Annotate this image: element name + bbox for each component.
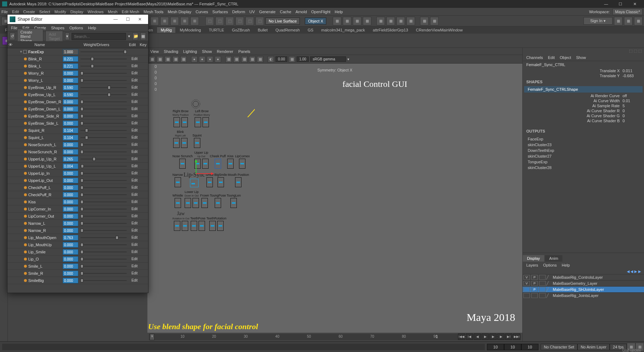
vp-icon[interactable]: ▦: [249, 56, 255, 63]
add-target-button[interactable]: Add Target: [45, 31, 63, 42]
vp-exposure[interactable]: 1.00: [297, 56, 308, 62]
vp-icon[interactable]: ▦: [289, 56, 295, 63]
ch-menu-object[interactable]: Object: [560, 55, 571, 60]
edit-button[interactable]: Edit: [129, 157, 140, 161]
range-start-field[interactable]: 10: [487, 344, 504, 350]
target-row[interactable]: Squint_L0.104Edit: [8, 134, 148, 141]
layer-menu-layers[interactable]: Layers: [526, 263, 538, 267]
se-close-button[interactable]: ✕: [134, 17, 146, 22]
target-row[interactable]: UpperLip_In0.000Edit: [8, 170, 148, 177]
target-row[interactable]: LipCorner_Out0.000Edit: [8, 213, 148, 220]
weight-field[interactable]: 0.000: [63, 149, 78, 155]
edit-button[interactable]: Edit: [129, 164, 140, 168]
workspace-dropdown[interactable]: Maya Classic*: [613, 9, 643, 15]
target-row[interactable]: Kiss0.000Edit: [8, 198, 148, 205]
shelf-tab-attrfieldslidergrp13[interactable]: attrFieldSliderGrp13: [369, 27, 411, 33]
edit-button[interactable]: Edit: [129, 178, 140, 182]
menu-curves[interactable]: Curves: [196, 10, 208, 14]
weight-slider[interactable]: [80, 192, 127, 198]
weight-field[interactable]: 0.000: [63, 228, 78, 233]
edit-button[interactable]: Edit: [129, 128, 140, 132]
shelf-tab-mymodeling[interactable]: MyModeling: [176, 27, 204, 33]
target-row[interactable]: Lip_O0.000Edit: [8, 256, 148, 263]
target-row[interactable]: EyeBrow_Side_L0.000Edit: [8, 120, 148, 127]
weight-field[interactable]: 0.000: [63, 220, 78, 226]
menu-editmesh[interactable]: Edit Mesh: [122, 10, 139, 14]
weight-slider[interactable]: [80, 163, 127, 169]
vp-menu-panels[interactable]: Panels: [238, 49, 250, 54]
vp-menu-shading[interactable]: Shading: [164, 49, 178, 54]
weight-field[interactable]: 0.000: [63, 99, 78, 105]
vp-icon[interactable]: ◐: [268, 56, 274, 63]
target-row[interactable]: EyeBrow_Side_R0.000Edit: [8, 113, 148, 120]
target-row[interactable]: UpperLip_Up_L0.004Edit: [8, 163, 148, 170]
layer-row[interactable]: ╱MaleBaseRig_JointsLayer: [523, 292, 644, 298]
weight-slider[interactable]: [80, 249, 127, 255]
vp-icon[interactable]: ▦: [241, 56, 248, 63]
viewport-canvas[interactable]: 00000 Symmetry: Object X facial Control …: [147, 64, 522, 341]
target-row[interactable]: Smile_R0.000Edit: [8, 270, 148, 277]
output-item[interactable]: FaceExp: [528, 136, 639, 142]
vp-icon[interactable]: ●: [199, 56, 205, 63]
edit-button[interactable]: Edit: [129, 200, 140, 204]
shelf-tab-quadremesh[interactable]: QuadRemesh: [272, 27, 303, 33]
edit-button[interactable]: Edit: [129, 150, 140, 154]
edit-button[interactable]: Edit: [129, 114, 140, 118]
toolbox-strip[interactable]: [0, 48, 8, 341]
snap-icon[interactable]: ⊞: [190, 17, 199, 25]
attr-row[interactable]: Translate Y-0.683: [523, 73, 644, 78]
target-row[interactable]: Squint_R0.104Edit: [8, 127, 148, 134]
se-maximize-button[interactable]: ☐: [122, 17, 134, 22]
weight-field[interactable]: 0.221: [63, 63, 78, 69]
weight-field[interactable]: 0.590: [63, 92, 78, 98]
edit-button[interactable]: Edit: [129, 278, 140, 282]
output-item[interactable]: DownTeethExp: [528, 148, 639, 153]
goto-start-button[interactable]: I◀◀: [458, 333, 465, 340]
se-minimize-button[interactable]: —: [109, 17, 122, 22]
goto-end-button[interactable]: ▶▶I: [513, 333, 520, 340]
attr-row[interactable]: Ai Curve Shader G0: [523, 113, 644, 118]
edit-button[interactable]: Edit: [129, 78, 140, 82]
target-row[interactable]: EyeBrow_Down_R0.000Edit: [8, 98, 148, 105]
edit-button[interactable]: Edit: [129, 85, 140, 89]
range-playend-field[interactable]: 10: [521, 344, 538, 350]
menu-help[interactable]: Help: [335, 10, 343, 14]
output-item[interactable]: skinCluster23: [528, 142, 639, 148]
edit-button[interactable]: Edit: [129, 264, 140, 268]
attr-row[interactable]: Ai Render Curveoff: [523, 93, 644, 98]
snap-icon[interactable]: ⊞: [160, 17, 169, 25]
attr-row[interactable]: Ai Curve Shader B0: [523, 118, 644, 123]
edit-button[interactable]: Edit: [129, 257, 140, 261]
edit-button[interactable]: Edit: [129, 271, 140, 275]
edit-button[interactable]: Edit: [129, 100, 140, 104]
render-icon[interactable]: ▦: [396, 17, 405, 25]
weight-field[interactable]: 0.000: [63, 70, 78, 76]
prev-key-button[interactable]: I◀: [466, 333, 473, 340]
menu-modify[interactable]: Modify: [54, 10, 66, 14]
edit-button[interactable]: Edit: [129, 107, 140, 111]
step-forward-button[interactable]: ▶: [497, 333, 504, 340]
attr-row[interactable]: Ai Curve Shader R0: [523, 108, 644, 113]
ch-menu-show[interactable]: Show: [576, 55, 586, 60]
toolbar-icon[interactable]: ▦: [624, 17, 633, 25]
target-row[interactable]: NoseScrunch_L0.000Edit: [8, 141, 148, 148]
shape-editor-titlebar[interactable]: Shape Editor — ☐ ✕: [8, 15, 148, 24]
target-row[interactable]: Lip_MouthOpen0.763Edit: [8, 234, 148, 241]
vp-focal[interactable]: 0.00: [275, 56, 287, 62]
vp-icon[interactable]: ●: [207, 56, 213, 63]
weight-slider[interactable]: [80, 78, 127, 83]
weight-field[interactable]: 0.000: [63, 142, 78, 148]
shape-node-name[interactable]: FemaleF_Sync_CTRLShape: [524, 86, 643, 93]
target-row[interactable]: CheckPuff_R0.000Edit: [8, 191, 148, 198]
weight-field[interactable]: 0.000: [63, 278, 78, 283]
magnet-icon[interactable]: ⬚: [225, 17, 234, 25]
symmetry-dropdown[interactable]: Object X: [305, 18, 326, 25]
menu-uv[interactable]: UV: [249, 10, 255, 14]
weight-field[interactable]: 0.104: [63, 128, 78, 133]
weight-field[interactable]: 0.763: [63, 235, 78, 241]
weight-field[interactable]: 0.000: [63, 213, 78, 219]
target-row[interactable]: LipCorner_In0.000Edit: [8, 205, 148, 213]
toolbar-icon[interactable]: ▦: [363, 17, 371, 25]
edit-button[interactable]: Edit: [129, 93, 140, 96]
vp-menu-view[interactable]: View: [150, 49, 159, 54]
